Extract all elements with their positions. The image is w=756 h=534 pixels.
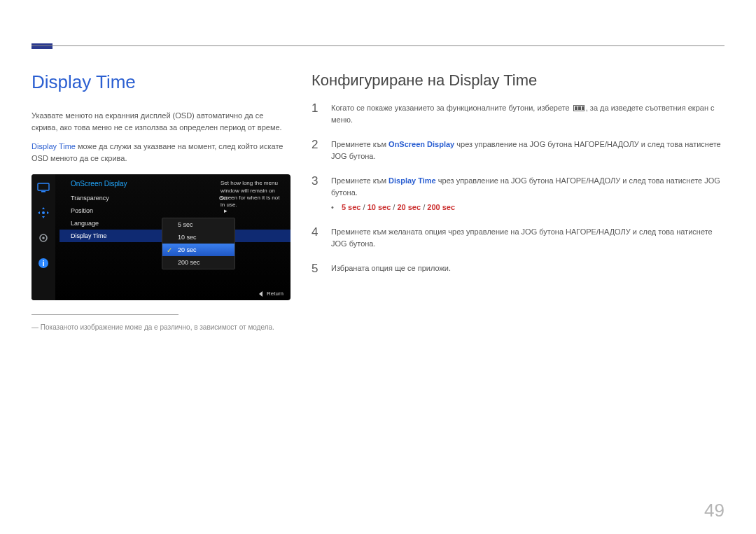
svg-rect-0 bbox=[38, 183, 49, 190]
step-4: 4 Преминете към желаната опция чрез упра… bbox=[312, 226, 724, 250]
return-label: Return bbox=[267, 290, 284, 297]
step-5: 5 Избраната опция ще се приложи. bbox=[312, 262, 724, 274]
svg-rect-1 bbox=[41, 191, 46, 192]
svg-point-2 bbox=[42, 211, 45, 214]
top-rule bbox=[31, 43, 724, 49]
osd-option-10sec: 10 sec bbox=[162, 231, 234, 244]
osd-side-rail: i bbox=[31, 174, 55, 300]
menu-icon bbox=[573, 105, 584, 111]
gear-icon bbox=[31, 226, 55, 250]
footnote-separator bbox=[31, 314, 178, 315]
section-heading-right: Конфигуриране на Display Time bbox=[312, 71, 724, 90]
step-3: 3 Преминете към Display Time чрез управл… bbox=[312, 175, 724, 213]
left-column: Display Time Указвате менюто на екранния… bbox=[31, 71, 290, 333]
right-column: Конфигуриране на Display Time 1 Когато с… bbox=[312, 71, 724, 333]
monitor-icon bbox=[31, 176, 55, 199]
svg-text:i: i bbox=[42, 259, 44, 267]
footnote: ― Показаното изображение може да е разли… bbox=[31, 322, 290, 333]
back-arrow-icon bbox=[259, 291, 262, 297]
steps-list: 1 Когато се покаже указанието за функцио… bbox=[312, 102, 724, 274]
options-bullet: 5 sec / 10 sec / 20 sec / 200 sec bbox=[331, 202, 724, 213]
osd-screenshot: i OnScreen Display TransparencyOn Positi… bbox=[31, 174, 290, 300]
osd-option-200sec: 200 sec bbox=[162, 256, 234, 269]
osd-option-5sec: 5 sec bbox=[162, 218, 234, 231]
svg-point-4 bbox=[42, 237, 45, 239]
section-heading-left: Display Time bbox=[31, 71, 290, 93]
move-icon bbox=[31, 201, 55, 225]
page-number: 49 bbox=[704, 500, 724, 521]
step-2: 2 Преминете към OnScreen Display чрез уп… bbox=[312, 139, 724, 162]
osd-option-20sec: 20 sec bbox=[162, 244, 234, 256]
step-1: 1 Когато се покаже указанието за функцио… bbox=[312, 102, 724, 126]
info-icon: i bbox=[31, 251, 55, 275]
osd-description: Set how long the menu window will remain… bbox=[220, 180, 285, 209]
intro-paragraph-2: Display Time може да служи за указване н… bbox=[31, 141, 290, 164]
intro-paragraph-1: Указвате менюто на екранния дисплей (OSD… bbox=[31, 110, 290, 134]
osd-footer: Return bbox=[259, 290, 284, 297]
osd-dropdown: 5 sec 10 sec 20 sec 200 sec bbox=[162, 218, 235, 269]
display-time-term: Display Time bbox=[31, 142, 76, 150]
